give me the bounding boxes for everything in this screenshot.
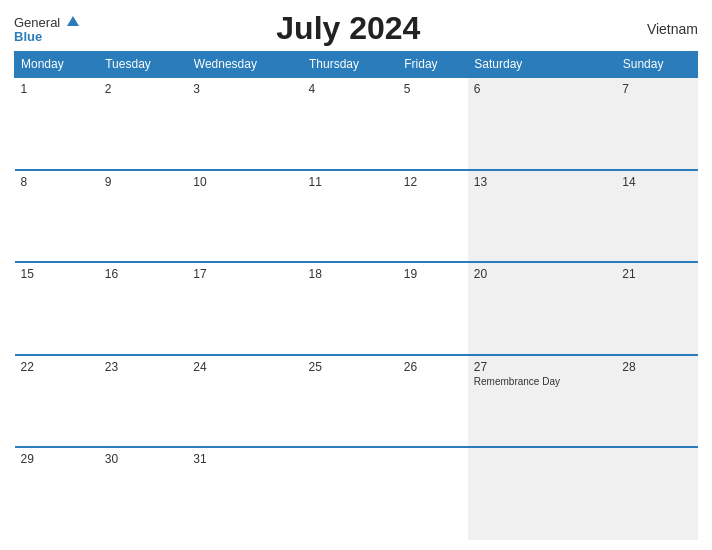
calendar-week-row: 293031	[15, 447, 698, 540]
day-number: 4	[308, 82, 391, 96]
calendar-cell: 11	[302, 170, 397, 263]
header-wednesday: Wednesday	[187, 52, 302, 78]
day-number: 19	[404, 267, 462, 281]
day-number: 5	[404, 82, 462, 96]
day-number: 20	[474, 267, 610, 281]
calendar-cell	[398, 447, 468, 540]
calendar-cell: 20	[468, 262, 616, 355]
calendar-cell: 19	[398, 262, 468, 355]
day-number: 11	[308, 175, 391, 189]
day-number: 30	[105, 452, 182, 466]
day-number: 21	[622, 267, 691, 281]
day-number: 15	[21, 267, 93, 281]
calendar-cell: 10	[187, 170, 302, 263]
calendar-header: General Blue July 2024 Vietnam	[14, 10, 698, 47]
calendar-cell: 27Remembrance Day	[468, 355, 616, 448]
calendar-cell	[302, 447, 397, 540]
logo-general: General	[14, 14, 79, 30]
calendar-cell: 3	[187, 77, 302, 170]
calendar-page: General Blue July 2024 Vietnam Monday Tu…	[0, 0, 712, 550]
day-number: 23	[105, 360, 182, 374]
calendar-cell: 12	[398, 170, 468, 263]
calendar-cell	[616, 447, 697, 540]
header-sunday: Sunday	[616, 52, 697, 78]
calendar-body: 1234567891011121314151617181920212223242…	[15, 77, 698, 540]
calendar-week-row: 1234567	[15, 77, 698, 170]
calendar-grid: Monday Tuesday Wednesday Thursday Friday…	[14, 51, 698, 540]
logo-general-text: General	[14, 15, 60, 30]
calendar-week-row: 891011121314	[15, 170, 698, 263]
day-number: 27	[474, 360, 610, 374]
country-label: Vietnam	[618, 21, 698, 37]
calendar-cell: 9	[99, 170, 188, 263]
day-number: 24	[193, 360, 296, 374]
header-saturday: Saturday	[468, 52, 616, 78]
calendar-cell: 13	[468, 170, 616, 263]
day-number: 9	[105, 175, 182, 189]
day-number: 8	[21, 175, 93, 189]
day-number: 2	[105, 82, 182, 96]
calendar-cell	[468, 447, 616, 540]
calendar-cell: 1	[15, 77, 99, 170]
weekday-header-row: Monday Tuesday Wednesday Thursday Friday…	[15, 52, 698, 78]
calendar-cell: 25	[302, 355, 397, 448]
calendar-cell: 8	[15, 170, 99, 263]
calendar-cell: 23	[99, 355, 188, 448]
logo-blue-text: Blue	[14, 30, 42, 43]
calendar-cell: 15	[15, 262, 99, 355]
event-label: Remembrance Day	[474, 376, 610, 387]
calendar-cell: 16	[99, 262, 188, 355]
day-number: 12	[404, 175, 462, 189]
header-tuesday: Tuesday	[99, 52, 188, 78]
calendar-cell: 14	[616, 170, 697, 263]
day-number: 31	[193, 452, 296, 466]
day-number: 22	[21, 360, 93, 374]
calendar-cell: 18	[302, 262, 397, 355]
calendar-cell: 4	[302, 77, 397, 170]
calendar-cell: 5	[398, 77, 468, 170]
calendar-cell: 21	[616, 262, 697, 355]
day-number: 1	[21, 82, 93, 96]
day-number: 6	[474, 82, 610, 96]
calendar-cell: 2	[99, 77, 188, 170]
header-monday: Monday	[15, 52, 99, 78]
day-number: 10	[193, 175, 296, 189]
calendar-table: Monday Tuesday Wednesday Thursday Friday…	[14, 51, 698, 540]
header-friday: Friday	[398, 52, 468, 78]
calendar-cell: 28	[616, 355, 697, 448]
calendar-week-row: 15161718192021	[15, 262, 698, 355]
day-number: 13	[474, 175, 610, 189]
calendar-cell: 24	[187, 355, 302, 448]
calendar-cell: 6	[468, 77, 616, 170]
calendar-cell: 26	[398, 355, 468, 448]
calendar-cell: 29	[15, 447, 99, 540]
calendar-cell: 31	[187, 447, 302, 540]
calendar-title: July 2024	[79, 10, 618, 47]
day-number: 18	[308, 267, 391, 281]
header-thursday: Thursday	[302, 52, 397, 78]
logo-triangle-icon	[67, 16, 79, 26]
day-number: 17	[193, 267, 296, 281]
day-number: 16	[105, 267, 182, 281]
day-number: 7	[622, 82, 691, 96]
calendar-cell: 30	[99, 447, 188, 540]
day-number: 26	[404, 360, 462, 374]
day-number: 3	[193, 82, 296, 96]
calendar-week-row: 222324252627Remembrance Day28	[15, 355, 698, 448]
logo: General Blue	[14, 14, 79, 43]
calendar-cell: 22	[15, 355, 99, 448]
day-number: 28	[622, 360, 691, 374]
day-number: 25	[308, 360, 391, 374]
calendar-cell: 17	[187, 262, 302, 355]
day-number: 29	[21, 452, 93, 466]
calendar-cell: 7	[616, 77, 697, 170]
day-number: 14	[622, 175, 691, 189]
